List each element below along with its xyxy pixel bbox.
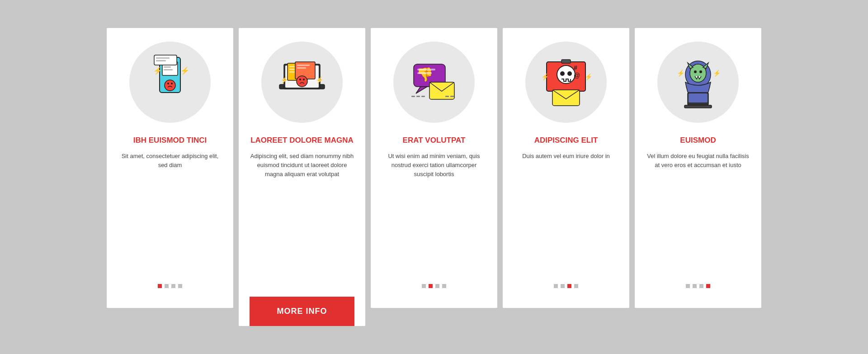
svg-rect-40 bbox=[561, 60, 571, 63]
svg-marker-29 bbox=[416, 87, 427, 93]
card-2-icon-circle: ⚡ ⚡ bbox=[261, 42, 343, 123]
svg-point-5 bbox=[165, 80, 175, 91]
svg-rect-34 bbox=[411, 96, 415, 97]
svg-point-24 bbox=[299, 79, 301, 80]
svg-text:⚡: ⚡ bbox=[280, 76, 288, 84]
svg-rect-3 bbox=[164, 66, 171, 68]
more-info-button[interactable]: MORE INFO bbox=[250, 297, 354, 326]
dot-active bbox=[706, 284, 710, 288]
card-5-desc: Vel illum dolore eu feugiat nulla facili… bbox=[646, 152, 750, 271]
dot bbox=[699, 284, 703, 288]
svg-point-6 bbox=[167, 83, 169, 84]
svg-rect-37 bbox=[445, 96, 449, 97]
card-4-title: ADIPISCING ELIT bbox=[534, 135, 598, 145]
card-3-desc: Ut wisi enim ad minim veniam, quis nostr… bbox=[382, 152, 486, 271]
dot-active bbox=[567, 284, 571, 288]
card-3-icon-circle: 👎 bbox=[393, 42, 475, 123]
dot bbox=[165, 284, 169, 288]
card-4-icon: # @ ⚡ ⚡ bbox=[537, 53, 595, 112]
svg-text:⚡: ⚡ bbox=[585, 73, 593, 81]
card-4-dots bbox=[554, 284, 578, 297]
svg-text:⚡: ⚡ bbox=[180, 66, 189, 75]
svg-rect-31 bbox=[417, 69, 435, 70]
svg-rect-20 bbox=[295, 62, 315, 79]
svg-point-23 bbox=[297, 76, 307, 87]
svg-rect-56 bbox=[689, 93, 708, 102]
card-1-desc: Sit amet, consectetuer adipiscing elit, … bbox=[118, 152, 222, 271]
svg-rect-32 bbox=[417, 72, 432, 74]
svg-text:⚡: ⚡ bbox=[677, 70, 685, 77]
card-1-title: IBH EUISMOD TINCI bbox=[133, 135, 207, 145]
card-1: ⚡ ⚡ IBH EUISMOD TINCI Sit amet, consecte… bbox=[107, 28, 233, 308]
svg-rect-36 bbox=[421, 96, 425, 97]
svg-point-7 bbox=[171, 83, 173, 84]
dot bbox=[178, 284, 182, 288]
card-3: 👎 ERAT VOLUTPAT Ut wisi enim ad minim ve… bbox=[371, 28, 497, 308]
dot bbox=[422, 284, 426, 288]
card-2-desc: Adipiscing elit, sed diam nonummy nibh e… bbox=[250, 152, 354, 286]
card-5-icon: ⚡ ⚡ bbox=[669, 53, 727, 112]
svg-point-51 bbox=[694, 70, 697, 73]
svg-point-25 bbox=[303, 79, 305, 80]
svg-rect-35 bbox=[416, 96, 420, 97]
dot bbox=[693, 284, 697, 288]
svg-text:⚡: ⚡ bbox=[713, 70, 721, 77]
card-2-icon: ⚡ ⚡ bbox=[270, 51, 334, 114]
cards-container: ⚡ ⚡ IBH EUISMOD TINCI Sit amet, consecte… bbox=[80, 10, 788, 344]
card-3-dots bbox=[422, 284, 446, 297]
svg-rect-38 bbox=[450, 96, 454, 97]
card-1-dots bbox=[158, 284, 182, 297]
svg-rect-22 bbox=[297, 67, 306, 69]
svg-rect-12 bbox=[156, 60, 166, 61]
dot bbox=[554, 284, 558, 288]
card-4: # @ ⚡ ⚡ ADIPISCING ELIT Duis autem vel e… bbox=[503, 28, 629, 308]
dot-active bbox=[158, 284, 162, 288]
svg-rect-57 bbox=[684, 105, 712, 108]
dot bbox=[435, 284, 439, 288]
card-4-desc: Duis autem vel eum iriure dolor in bbox=[522, 152, 610, 271]
svg-rect-11 bbox=[156, 57, 170, 59]
card-2-title: LAOREET DOLORE MAGNA bbox=[250, 135, 354, 145]
card-3-icon: 👎 bbox=[405, 53, 463, 112]
card-2: ⚡ ⚡ LAOREET DOLORE MAGNA Adipiscing elit… bbox=[239, 28, 365, 326]
svg-text:#: # bbox=[574, 64, 577, 71]
dot bbox=[686, 284, 690, 288]
card-3-title: ERAT VOLUTPAT bbox=[403, 135, 466, 145]
svg-point-42 bbox=[560, 71, 565, 76]
svg-rect-4 bbox=[164, 69, 173, 70]
svg-point-52 bbox=[699, 70, 702, 73]
card-1-icon-circle: ⚡ ⚡ bbox=[129, 42, 211, 123]
svg-point-43 bbox=[567, 71, 572, 76]
dot bbox=[574, 284, 578, 288]
card-5-icon-circle: ⚡ ⚡ bbox=[657, 42, 739, 123]
dot bbox=[561, 284, 565, 288]
card-5-title: EUISMOD bbox=[680, 135, 716, 145]
svg-text:⚡: ⚡ bbox=[316, 76, 324, 84]
svg-text:⚡: ⚡ bbox=[153, 66, 162, 75]
svg-text:@: @ bbox=[574, 72, 580, 79]
card-1-icon: ⚡ ⚡ bbox=[141, 53, 199, 112]
dot bbox=[171, 284, 175, 288]
card-5-dots bbox=[686, 284, 710, 297]
card-5: ⚡ ⚡ EUISMOD Vel illum dolore eu feugiat … bbox=[635, 28, 761, 308]
svg-text:⚡: ⚡ bbox=[541, 73, 549, 81]
card-4-icon-circle: # @ ⚡ ⚡ bbox=[525, 42, 607, 123]
dot bbox=[442, 284, 446, 288]
dot-active bbox=[429, 284, 433, 288]
svg-rect-21 bbox=[297, 65, 310, 66]
